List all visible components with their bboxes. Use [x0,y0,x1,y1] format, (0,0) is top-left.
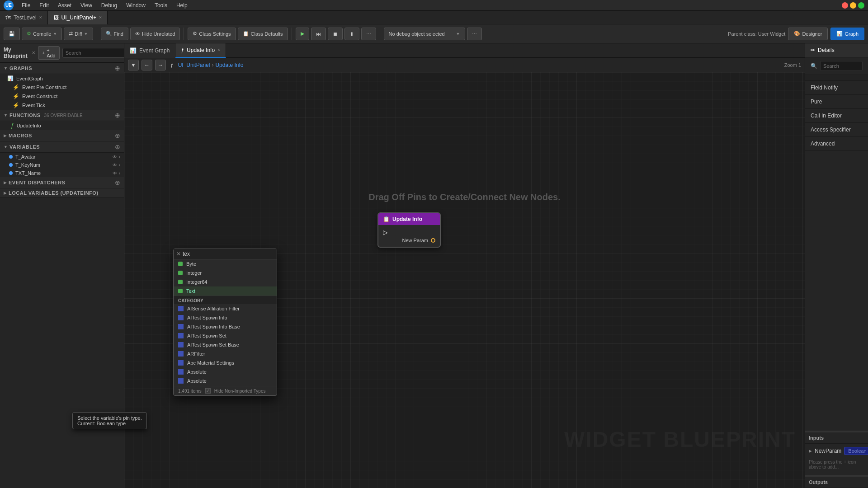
toolbar-separator-3 [292,28,292,40]
call-in-editor-item[interactable]: Call In Editor [805,109,868,123]
field-notify-item[interactable]: Field Notify [805,81,868,95]
debug-object-select[interactable]: No debug object selected ▼ [384,28,465,40]
menu-view[interactable]: View [77,1,96,9]
diff-button[interactable]: ⇄ Diff ▼ [64,28,93,40]
event-tick[interactable]: ⚡ Event Tick [0,101,124,110]
search-tab[interactable]: 🔍 [805,57,868,75]
param-pin[interactable]: New Param [383,238,435,243]
close-button[interactable] [842,2,848,9]
tab-close-test-level[interactable]: × [39,15,42,20]
add-variable-button[interactable]: ⊕ [115,143,120,150]
pure-item[interactable]: Pure [805,95,868,109]
tab-event-graph[interactable]: 📊 Event Graph [124,43,175,58]
section-event-dispatchers[interactable]: ▶ EVENT DISPATCHERS ⊕ [0,177,124,188]
section-graphs[interactable]: ▼ GRAPHS ⊕ [0,63,124,74]
tab-test-level[interactable]: 🗺 TestLevel × [0,11,48,24]
graph-canvas[interactable]: Drag Off Pins to Create/Connect New Node… [124,72,805,488]
dropdown-item-integer[interactable]: Integer [174,268,277,277]
event-construct[interactable]: ⚡ Event Construct [0,92,124,101]
dropdown-item-aitest-spawn-info[interactable]: AITest Spawn Info [174,313,277,322]
search-input[interactable] [62,48,124,58]
menu-debug[interactable]: Debug [98,1,121,9]
debug-more-button[interactable]: ⋯ [467,28,482,40]
type-search-input[interactable] [183,251,274,257]
menu-tools[interactable]: Tools [151,1,171,9]
compile-button[interactable]: ⚙ Compile ▼ [22,28,62,40]
dropdown-list: Byte Integer Integer64 Text [174,259,277,386]
variable-t-keynum[interactable]: T_KeyNum 👁 › [0,161,124,169]
advanced-item[interactable]: Advanced [805,137,868,151]
tab-close-ui-unit-panel[interactable]: × [99,15,102,20]
dropdown-item-text[interactable]: Text [174,286,277,296]
clear-icon[interactable]: ✕ [176,251,181,257]
variable-t-avatar[interactable]: T_Avatar 👁 › [0,153,124,161]
variable-txt-name[interactable]: TXT_Name 👁 › [0,169,124,177]
panel-close-button[interactable]: × [32,50,35,56]
type-color-dot [178,369,184,375]
access-specifier-item[interactable]: Access Specifier [805,123,868,137]
skip-button[interactable]: ⏭ [311,28,326,40]
dropdown-item-byte[interactable]: Byte [174,259,277,268]
update-info-node[interactable]: 📋 Update Info ▷ New Param [377,212,441,248]
play-button[interactable]: ▶ [296,28,309,40]
tab-update-info[interactable]: ƒ Update Info × [175,43,226,58]
add-button[interactable]: + + Add [38,46,60,60]
event-graph-item[interactable]: 📊 EventGraph [0,74,124,83]
dropdown-item-absolute-2[interactable]: Absolute [174,376,277,385]
nav-dropdown-button[interactable]: ▼ [128,60,139,70]
dropdown-item-absolute-1[interactable]: Absolute [174,367,277,376]
exec-pin[interactable]: ▷ [383,229,435,236]
chevron-icon: › [119,171,120,176]
tab-close-button[interactable]: × [217,47,220,52]
menu-window[interactable]: Window [123,1,149,9]
variable-icons: 👁 › [113,171,120,176]
class-settings-button[interactable]: ⚙ Class Settings [188,28,236,40]
section-variables[interactable]: ▼ VARIABLES ⊕ [0,141,124,153]
nav-forward-button[interactable]: → [155,60,166,70]
maximize-button[interactable] [858,2,864,9]
hide-non-imported-checkbox[interactable]: ✓ [205,388,211,394]
menu-file[interactable]: File [18,1,34,9]
more-button[interactable]: ⋯ [361,28,376,40]
details-tab[interactable]: ✏ Details [805,43,868,57]
class-defaults-button[interactable]: 📋 Class Defaults [238,28,288,40]
hide-unrelated-button[interactable]: 👁 Hide Unrelated [130,28,180,40]
stop-button[interactable]: ⏹ [328,28,343,40]
breadcrumb-func[interactable]: Update Info [215,62,243,68]
type-badge[interactable]: Boolean [844,447,868,455]
dropdown-item-abc-material[interactable]: Abc Material Settings [174,358,277,367]
dropdown-item-integer64[interactable]: Integer64 [174,277,277,286]
add-event-dispatcher-button[interactable]: ⊕ [115,179,120,186]
type-color-dot [178,289,183,293]
dropdown-item-arfilter[interactable]: ARFilter [174,349,277,358]
macros-section-title: MACROS [9,133,32,138]
dropdown-item-aitest-spawn-set-base[interactable]: AITest Spawn Set Base [174,340,277,349]
dropdown-item-aitest-spawn-set[interactable]: AITest Spawn Set [174,331,277,340]
tab-icon: 🗺 [5,14,11,21]
hide-unrelated-label: Hide Unrelated [142,31,175,37]
minimize-button[interactable] [850,2,856,9]
menu-asset[interactable]: Asset [54,1,75,9]
breadcrumb-class[interactable]: UI_UnitPanel [178,62,210,68]
search-field[interactable] [820,61,863,71]
dropdown-item-aisense[interactable]: AISense Affiliation Filter [174,304,277,313]
tab-ui-unit-panel[interactable]: 🖼 UI_UnitPanel+ × [48,11,108,24]
expand-arrow-icon[interactable]: ▶ [809,449,812,453]
find-button[interactable]: 🔍 Find [101,28,128,40]
add-function-button[interactable]: ⊕ [115,112,120,119]
nav-back-button[interactable]: ← [142,60,152,70]
section-functions[interactable]: ▼ FUNCTIONS 36 OVERRIDABLE ⊕ [0,110,124,121]
update-info-item[interactable]: ƒ UpdateInfo [0,121,124,130]
save-button[interactable]: 💾 [4,28,20,40]
add-macro-button[interactable]: ⊕ [115,132,120,139]
section-macros[interactable]: ▶ MACROS ⊕ [0,130,124,141]
pause-button[interactable]: ⏸ [344,28,359,40]
section-local-variables[interactable]: ▶ LOCAL VARIABLES (UPDATEINFO) [0,188,124,198]
add-graph-button[interactable]: ⊕ [115,65,120,72]
dropdown-item-aitest-spawn-info-base[interactable]: AITest Spawn Info Base [174,322,277,331]
designer-button[interactable]: 🎨 Designer [788,28,828,40]
event-pre-construct[interactable]: ⚡ Event Pre Construct [0,83,124,92]
graph-button[interactable]: 📊 Graph [830,28,864,40]
menu-help[interactable]: Help [173,1,191,9]
menu-edit[interactable]: Edit [36,1,52,9]
